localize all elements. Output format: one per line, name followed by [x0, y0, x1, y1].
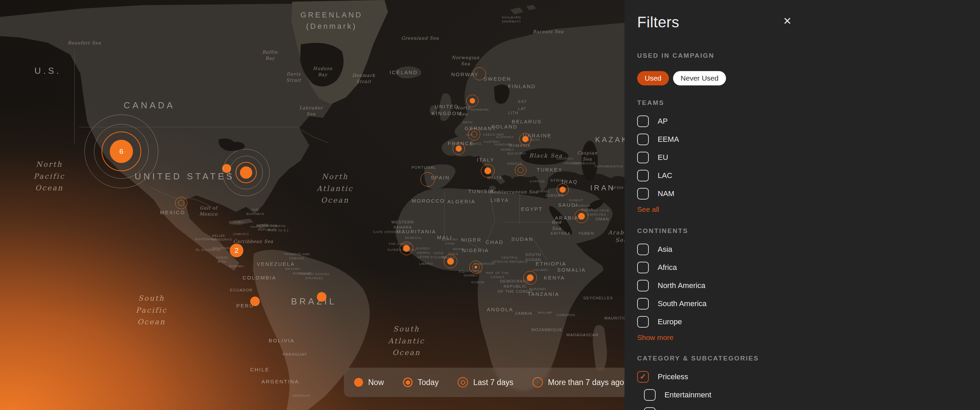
checkbox-row-lac[interactable]: LAC [637, 166, 792, 184]
more7-marker-icon [533, 377, 543, 388]
legend-label: Now [368, 378, 384, 387]
marker-dot [456, 146, 462, 152]
marker-ring [420, 172, 435, 186]
marker-dot: 2 [230, 244, 243, 257]
checkbox-south-america[interactable] [637, 298, 649, 310]
checkbox-label: Priceless [658, 372, 688, 381]
marker-ring [473, 67, 486, 80]
checkbox-label: NAM [658, 189, 675, 198]
checkbox-label: Europe [658, 318, 682, 326]
marker-dot [527, 274, 534, 281]
checkbox-label: Africa [658, 263, 677, 272]
cluster-count: 6 [119, 147, 123, 156]
checkbox-ap[interactable] [637, 116, 649, 127]
marker-dot [578, 213, 585, 220]
checkbox-lac[interactable] [637, 170, 649, 181]
checkbox-label: LAC [658, 171, 672, 180]
cluster-count: 2 [234, 246, 239, 254]
used-pills: UsedNever Used [637, 71, 792, 86]
pill-used[interactable]: Used [637, 71, 669, 86]
marker-dot [474, 266, 477, 269]
legend-label: More than 7 days ago [548, 378, 624, 387]
checkbox-row-africa[interactable]: Africa [637, 258, 792, 277]
legend-item-last7: Last 7 days [458, 377, 514, 388]
checkbox-row-south-america[interactable]: South America [637, 294, 792, 313]
checkbox-row-nam[interactable]: NAM [637, 184, 792, 203]
checkbox-row-eu[interactable]: EU [637, 148, 792, 166]
legend-label: Last 7 days [473, 378, 514, 387]
marker-dot: 6 [110, 140, 133, 163]
checkbox-row-entertainment[interactable]: Entertainment [644, 386, 792, 404]
pill-never-used[interactable]: Never Used [673, 71, 726, 86]
checkbox-row-asia[interactable]: Asia [637, 240, 792, 258]
checkbox-eu[interactable] [637, 152, 649, 163]
section-heading-teams: TEAMS [637, 99, 792, 106]
marker-dot [560, 186, 566, 193]
check-icon: ✓ [640, 373, 646, 381]
show-more-link[interactable]: Show more [637, 334, 673, 342]
checkbox-row-north-america[interactable]: North America [637, 277, 792, 294]
panel-title: Filters [637, 14, 679, 31]
checkbox-label: North America [658, 281, 705, 290]
section-heading-continents: CONTINENTS [637, 227, 792, 235]
checkbox-row-empty[interactable] [644, 404, 792, 410]
checkbox-empty[interactable] [644, 407, 655, 410]
checkbox-row-europe[interactable]: Europe [637, 313, 792, 331]
marker-dot [240, 166, 252, 179]
marker-dot [447, 258, 454, 265]
legend-item-today: Today [403, 378, 439, 387]
marker-dot [470, 98, 475, 103]
legend-label: Today [418, 378, 439, 387]
checkbox-row-ap[interactable]: AP [637, 112, 792, 130]
teams-options: APEEMAEULACNAM [637, 112, 792, 203]
close-icon[interactable]: ✕ [783, 14, 792, 29]
checkbox-entertainment[interactable] [644, 389, 655, 401]
app-root: U.S.CANADAUNITED STATESBRAZILGREENLAND (… [0, 0, 980, 410]
marker-dot [403, 245, 410, 252]
today-marker-icon [403, 378, 412, 387]
filters-panel: Filters ✕ USED IN CAMPAIGN UsedNever Use… [625, 0, 980, 410]
section-heading-categories: CATEGORY & SUBCATEGORIES [637, 354, 792, 362]
now-marker-icon [354, 378, 363, 387]
checkbox-eema[interactable] [637, 133, 649, 145]
marker-dot [250, 297, 260, 306]
checkbox-europe[interactable] [637, 316, 649, 328]
checkbox-africa[interactable] [637, 262, 649, 273]
checkbox-label: Asia [658, 245, 672, 254]
legend-item-now: Now [354, 378, 384, 387]
marker-dot [484, 167, 491, 174]
categories-options: ✓PricelessEntertainment [637, 368, 792, 410]
marker-ring [175, 197, 187, 209]
section-heading-used-in-campaign: USED IN CAMPAIGN [637, 52, 792, 59]
checkbox-label: Entertainment [665, 391, 711, 399]
checkbox-label: South America [658, 299, 706, 308]
continents-options: AsiaAfricaNorth AmericaSouth AmericaEuro… [637, 240, 792, 331]
checkbox-row-eema[interactable]: EEMA [637, 130, 792, 148]
checkbox-nam[interactable] [637, 188, 649, 200]
see-all-link[interactable]: See all [637, 205, 659, 213]
checkbox-label: AP [658, 117, 668, 126]
checkbox-row-priceless[interactable]: ✓Priceless [637, 368, 792, 386]
marker-ring [468, 128, 480, 140]
marker-ring [515, 164, 527, 176]
checkbox-north-america[interactable] [637, 280, 649, 291]
checkbox-asia[interactable] [637, 244, 649, 255]
checkbox-label: EU [658, 153, 668, 162]
checkbox-label: EEMA [658, 135, 679, 144]
last7-marker-icon [458, 377, 468, 388]
map-legend: NowTodayLast 7 daysMore than 7 days ago [344, 368, 628, 397]
legend-item-more7: More than 7 days ago [533, 377, 624, 388]
marker-dot [317, 292, 326, 302]
marker-dot [522, 136, 528, 142]
checkbox-priceless[interactable]: ✓ [637, 371, 649, 383]
